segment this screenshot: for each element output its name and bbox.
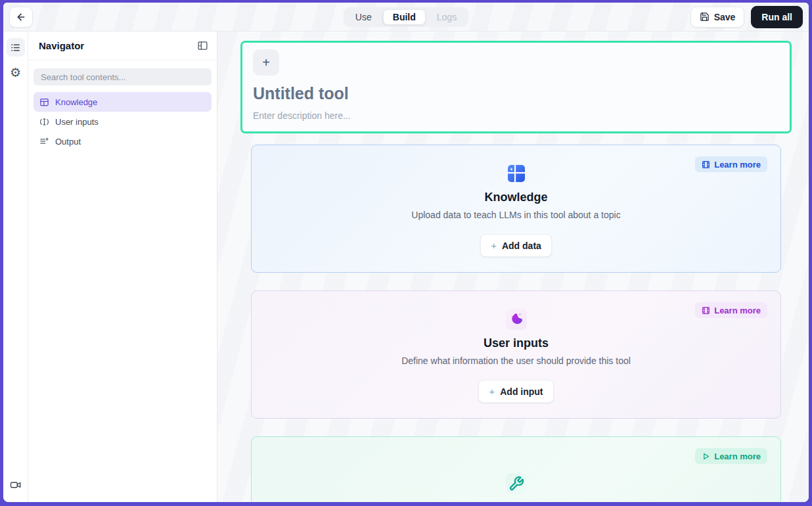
- film-icon: [702, 306, 710, 315]
- learn-more-label: Learn more: [714, 451, 761, 461]
- tool-steps-section-card: Learn more Tool steps Chain together LLM…: [251, 436, 781, 502]
- panel-collapse-icon: [197, 40, 208, 51]
- save-button[interactable]: Save: [690, 7, 745, 28]
- navigator-items: Knowledge User inputs Output: [28, 91, 217, 152]
- nav-item-knowledge[interactable]: Knowledge: [34, 92, 212, 112]
- run-all-button[interactable]: Run all: [751, 6, 803, 28]
- knowledge-learn-more-button[interactable]: Learn more: [695, 156, 767, 172]
- topbar-actions: Save Run all: [690, 6, 803, 28]
- section-description: Upload data to teach LLMs in this tool a…: [411, 210, 620, 220]
- save-icon: [700, 12, 710, 22]
- nav-item-label: User inputs: [55, 117, 99, 127]
- plus-icon: +: [262, 56, 270, 69]
- tool-canvas: + Untitled tool Learn more: [217, 32, 809, 502]
- table-icon: [39, 97, 49, 107]
- back-button[interactable]: [9, 7, 33, 28]
- navigator-title: Navigator: [39, 40, 84, 51]
- section-title: Tool steps: [487, 501, 545, 502]
- knowledge-section-card: Learn more Knowledge: [251, 145, 781, 273]
- section-title: User inputs: [484, 336, 549, 350]
- add-data-label: Add data: [502, 241, 541, 251]
- nav-item-user-inputs[interactable]: User inputs: [34, 112, 212, 131]
- nav-item-label: Knowledge: [55, 97, 97, 107]
- list-icon: [10, 42, 21, 53]
- add-input-button[interactable]: + Add input: [478, 380, 553, 403]
- add-data-button[interactable]: + Add data: [480, 234, 552, 257]
- tab-logs[interactable]: Logs: [427, 9, 466, 25]
- list-plus-icon: [39, 137, 49, 147]
- film-icon: [702, 160, 710, 169]
- user-inputs-learn-more-button[interactable]: Learn more: [695, 302, 767, 318]
- mode-tabs: Use Build Logs: [344, 7, 468, 27]
- tab-use[interactable]: Use: [346, 9, 382, 25]
- screen-recording-button[interactable]: [7, 476, 25, 494]
- plus-icon: +: [489, 386, 495, 397]
- gear-icon: ⚙: [10, 66, 21, 79]
- save-button-label: Save: [714, 12, 736, 22]
- magic-hand-icon: [506, 309, 527, 330]
- nav-item-output[interactable]: Output: [34, 131, 212, 151]
- wrench-icon: [506, 473, 527, 494]
- tab-build[interactable]: Build: [383, 9, 426, 25]
- tool-steps-learn-more-button[interactable]: Learn more: [695, 448, 767, 464]
- navigator-toggle-button[interactable]: [7, 38, 25, 57]
- collapse-panel-button[interactable]: [197, 40, 208, 51]
- add-input-label: Add input: [500, 386, 543, 397]
- search-input[interactable]: [34, 68, 212, 85]
- nav-item-label: Output: [55, 137, 81, 147]
- knowledge-grid-icon: [506, 163, 527, 184]
- plus-icon: +: [491, 240, 497, 251]
- left-rail: ⚙: [3, 32, 28, 502]
- app-window: Use Build Logs Save Run all: [3, 3, 809, 502]
- video-camera-icon: [10, 479, 22, 491]
- window-frame: Use Build Logs Save Run all: [0, 0, 812, 506]
- learn-more-label: Learn more: [714, 306, 761, 315]
- settings-button[interactable]: ⚙: [7, 63, 25, 81]
- tool-title[interactable]: Untitled tool: [253, 84, 779, 103]
- section-description: Define what information the user should …: [401, 356, 631, 366]
- arrow-left-icon: [16, 12, 26, 22]
- play-icon: [702, 452, 710, 461]
- user-inputs-section-card: Learn more User inputs Define: [251, 290, 781, 419]
- navigator-header: Navigator: [28, 32, 217, 60]
- text-cursor-input-icon: [39, 117, 49, 127]
- learn-more-label: Learn more: [714, 160, 761, 170]
- navigator-panel: Navigator Knowledge: [28, 32, 217, 502]
- tool-header-card[interactable]: + Untitled tool: [240, 41, 792, 133]
- add-emoji-button[interactable]: +: [253, 49, 279, 76]
- topbar: Use Build Logs Save Run all: [3, 3, 809, 32]
- section-title: Knowledge: [484, 191, 547, 204]
- tool-description-input[interactable]: [253, 110, 779, 121]
